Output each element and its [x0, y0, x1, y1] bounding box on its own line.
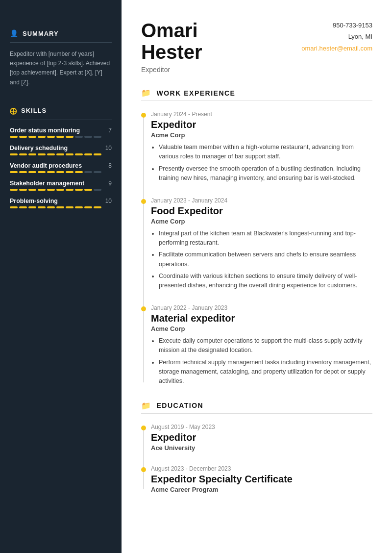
work-experience-heading: 📁 WORK EXPERIENCE [141, 88, 372, 98]
person-icon: 👤 [10, 29, 19, 37]
timeline-bullet: Integral part of the kitchen team at Bla… [159, 229, 372, 248]
timeline-bullet: Perform technical supply management task… [159, 358, 372, 386]
skill-bar [10, 189, 112, 191]
skill-name: Vendor audit procedures [10, 162, 82, 169]
location: Lyon, MI [301, 31, 372, 42]
phone-number: 950-733-9153 [301, 20, 372, 31]
timeline-bullet: Coordinate with various kitchen sections… [159, 272, 372, 291]
skill-name: Delivery scheduling [10, 145, 68, 151]
header-contact-block: 950-733-9153 Lyon, MI omari.hester@email… [301, 20, 372, 54]
skills-section: ⨁ SKILLS Order status monitoring7Deliver… [10, 107, 112, 208]
timeline-bullet: Execute daily computer operations to sup… [159, 336, 372, 355]
timeline-role: Material expeditor [151, 313, 372, 324]
timeline-date: August 2023 - December 2023 [151, 465, 372, 472]
header-name-block: Omari Hester Expeditor [141, 20, 202, 74]
timeline-bullets: Valuable team member within a high-volum… [151, 143, 372, 183]
timeline-role: Expeditor [151, 432, 372, 443]
skills-heading: ⨁ SKILLS [10, 107, 112, 115]
timeline-bullets: Integral part of the kitchen team at Bla… [151, 229, 372, 291]
education-icon: 📁 [141, 401, 152, 410]
timeline-company: Ace University [151, 444, 372, 452]
skill-bar [10, 136, 112, 138]
briefcase-icon: 📁 [141, 88, 152, 98]
skill-score: 10 [105, 198, 112, 204]
skill-item: Problem-solving10 [10, 198, 112, 208]
timeline-bullet: Facilitate communication between servers… [159, 250, 372, 269]
work-timeline: January 2024 - PresentExpeditorAcme Corp… [141, 111, 372, 386]
resume-header: Omari Hester Expeditor 950-733-9153 Lyon… [141, 20, 372, 74]
job-title: Expeditor [141, 66, 202, 74]
main-content: Omari Hester Expeditor 950-733-9153 Lyon… [122, 0, 392, 553]
summary-heading: 👤 SUMMARY [10, 29, 112, 37]
education-section: 📁 EDUCATION August 2019 - May 2023Expedi… [141, 401, 372, 493]
skill-score: 10 [105, 145, 112, 151]
timeline-dot [141, 113, 146, 118]
skill-score: 7 [108, 127, 112, 134]
skill-name: Order status monitoring [10, 127, 80, 134]
timeline-role: Expeditor Specialty Certificate [151, 474, 372, 485]
skill-name: Problem-solving [10, 198, 58, 204]
skills-list: Order status monitoring7Delivery schedul… [10, 127, 112, 208]
skill-bar [10, 171, 112, 173]
timeline-dot [141, 306, 146, 311]
skills-icon: ⨁ [10, 107, 17, 115]
timeline-company: Acme Corp [151, 131, 372, 139]
timeline-role: Expeditor [151, 119, 372, 130]
email-link[interactable]: omari.hester@email.com [301, 45, 372, 52]
sidebar: 👤 SUMMARY Expeditor with [number of year… [0, 0, 122, 553]
timeline-company: Acme Career Program [151, 486, 372, 493]
timeline-company: Acme Corp [151, 218, 372, 225]
timeline-item: January 2023 - January 2024Food Expedito… [151, 197, 372, 291]
timeline-date: January 2022 - January 2023 [151, 304, 372, 311]
skill-item: Vendor audit procedures8 [10, 162, 112, 173]
skill-item: Order status monitoring7 [10, 127, 112, 138]
education-heading: 📁 EDUCATION [141, 401, 372, 410]
timeline-date: August 2019 - May 2023 [151, 424, 372, 430]
summary-section: 👤 SUMMARY Expeditor with [number of year… [10, 29, 112, 87]
timeline-item: August 2023 - December 2023Expeditor Spe… [151, 465, 372, 493]
timeline-item: August 2019 - May 2023ExpeditorAce Unive… [151, 424, 372, 452]
skill-item: Stakeholder management9 [10, 180, 112, 191]
timeline-bullet: Presently oversee the smooth operation o… [159, 164, 372, 183]
timeline-dot [141, 199, 146, 204]
skill-score: 8 [108, 162, 112, 169]
skill-score: 9 [108, 180, 112, 187]
work-experience-section: 📁 WORK EXPERIENCE January 2024 - Present… [141, 88, 372, 386]
skill-bar [10, 153, 112, 155]
timeline-role: Food Expeditor [151, 205, 372, 217]
skill-item: Delivery scheduling10 [10, 145, 112, 155]
timeline-bullet: Valuable team member within a high-volum… [159, 143, 372, 162]
timeline-dot [141, 467, 146, 472]
timeline-bullets: Execute daily computer operations to sup… [151, 336, 372, 386]
timeline-item: January 2024 - PresentExpeditorAcme Corp… [151, 111, 372, 183]
timeline-company: Acme Corp [151, 325, 372, 332]
timeline-dot [141, 426, 146, 430]
education-timeline: August 2019 - May 2023ExpeditorAce Unive… [141, 424, 372, 493]
summary-text: Expeditor with [number of years] experie… [10, 50, 112, 87]
timeline-date: January 2023 - January 2024 [151, 197, 372, 204]
timeline-date: January 2024 - Present [151, 111, 372, 118]
timeline-item: January 2022 - January 2023Material expe… [151, 304, 372, 386]
skill-name: Stakeholder management [10, 180, 84, 187]
candidate-name: Omari Hester [141, 20, 202, 63]
skill-bar [10, 206, 112, 208]
